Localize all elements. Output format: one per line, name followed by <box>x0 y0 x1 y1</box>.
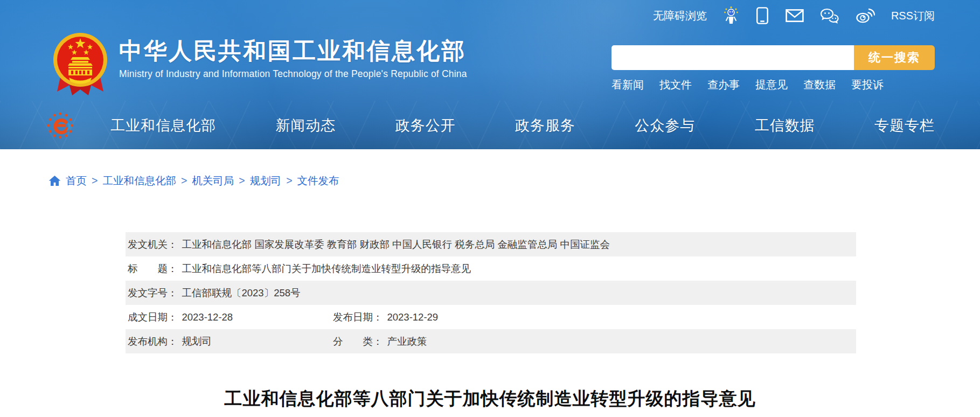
nav-item-gov-services[interactable]: 政务服务 <box>515 116 575 135</box>
search-button[interactable]: 统一搜索 <box>854 45 935 70</box>
doc-meta-table: 发文机关：工业和信息化部 国家发展改革委 教育部 财政部 中国人民银行 税务总局… <box>126 232 856 353</box>
nav-item-public-participation[interactable]: 公众参与 <box>635 116 695 135</box>
mobile-icon[interactable] <box>755 6 769 25</box>
main-nav: 工业和信息化部 新闻动态 政务公开 政务服务 公众参与 工信数据 专题专栏 <box>46 106 935 145</box>
nav-item-miit[interactable]: 工业和信息化部 <box>110 116 216 135</box>
meta-label: 发布机构： <box>128 336 178 347</box>
breadcrumb-document-release[interactable]: 文件发布 <box>297 173 339 188</box>
nav-item-special-topics[interactable]: 专题专栏 <box>874 116 935 135</box>
breadcrumb-home[interactable]: 首页 <box>66 173 87 188</box>
meta-value: 2023-12-28 <box>182 311 233 323</box>
meta-value: 工业和信息化部等八部门关于加快传统制造业转型升级的指导意见 <box>182 263 471 274</box>
quick-links: 看新闻 找文件 查办事 提意见 查数据 要投诉 <box>611 78 935 92</box>
quick-link-documents[interactable]: 找文件 <box>659 78 692 92</box>
meta-value: 规划司 <box>182 336 212 347</box>
breadcrumb-separator: > <box>286 175 292 187</box>
quick-link-complaint[interactable]: 要投诉 <box>851 78 884 92</box>
national-emblem-icon <box>51 31 109 99</box>
home-icon[interactable] <box>48 175 61 186</box>
brand: 中华人民共和国工业和信息化部 Ministry of Industry and … <box>51 31 467 99</box>
meta-label: 发文机关： <box>128 239 178 250</box>
quick-link-feedback[interactable]: 提意见 <box>755 78 788 92</box>
meta-row-dates: 成文日期：2023-12-28 发布日期：2023-12-29 <box>126 305 856 329</box>
quick-link-news[interactable]: 看新闻 <box>611 78 644 92</box>
breadcrumb-planning-dept[interactable]: 规划司 <box>250 173 282 188</box>
breadcrumb: 首页 > 工业和信息化部 > 机关司局 > 规划司 > 文件发布 <box>48 173 339 188</box>
breadcrumb-separator: > <box>92 175 98 187</box>
meta-value: 2023-12-29 <box>387 311 439 323</box>
site-subtitle: Ministry of Industry and Information Tec… <box>119 68 467 80</box>
search-area: 统一搜索 看新闻 找文件 查办事 提意见 查数据 要投诉 <box>611 45 935 92</box>
breadcrumb-miit[interactable]: 工业和信息化部 <box>102 173 176 188</box>
accessibility-link[interactable]: 无障碍浏览 <box>653 9 707 23</box>
mail-icon[interactable] <box>786 9 804 23</box>
site-header: 无障碍浏览 <box>0 0 980 149</box>
meta-label: 发文字号： <box>128 287 178 298</box>
nav-item-news[interactable]: 新闻动态 <box>275 116 336 135</box>
meta-row-doc-number: 发文字号：工信部联规〔2023〕258号 <box>126 281 856 305</box>
breadcrumb-separator: > <box>239 175 245 187</box>
meta-label: 标 题： <box>128 263 178 274</box>
meta-value: 产业政策 <box>387 336 427 347</box>
miit-gear-logo-icon[interactable] <box>46 111 75 140</box>
page: 无障碍浏览 <box>0 0 980 417</box>
wechat-icon[interactable] <box>820 8 839 24</box>
meta-value: 工业和信息化部 国家发展改革委 教育部 财政部 中国人民银行 税务总局 金融监管… <box>182 239 610 250</box>
rss-link[interactable]: RSS订阅 <box>891 9 935 23</box>
assistant-robot-icon[interactable] <box>723 6 739 25</box>
meta-row-publisher-category: 发布机构：规划司 分 类：产业政策 <box>126 329 856 353</box>
meta-label: 成文日期： <box>128 311 178 323</box>
meta-row-title: 标 题：工业和信息化部等八部门关于加快传统制造业转型升级的指导意见 <box>126 256 856 281</box>
weibo-icon[interactable] <box>856 8 875 24</box>
nav-item-gov-disclosure[interactable]: 政务公开 <box>395 116 456 135</box>
nav-item-industry-data[interactable]: 工信数据 <box>755 116 815 135</box>
nav-links: 工业和信息化部 新闻动态 政务公开 政务服务 公众参与 工信数据 专题专栏 <box>110 116 935 135</box>
article-title: 工业和信息化部等八部门关于加快传统制造业转型升级的指导意见 <box>0 387 980 411</box>
meta-label: 分 类： <box>333 336 383 347</box>
breadcrumb-separator: > <box>181 175 187 187</box>
quick-link-data[interactable]: 查数据 <box>803 78 836 92</box>
breadcrumb-departments[interactable]: 机关司局 <box>192 173 234 188</box>
meta-label: 发布日期： <box>333 311 383 323</box>
quick-link-services[interactable]: 查办事 <box>707 78 740 92</box>
topbar: 无障碍浏览 <box>653 0 935 31</box>
search-input[interactable] <box>611 45 854 70</box>
meta-row-issuing-agency: 发文机关：工业和信息化部 国家发展改革委 教育部 财政部 中国人民银行 税务总局… <box>126 232 856 256</box>
site-title: 中华人民共和国工业和信息化部 <box>119 38 467 64</box>
meta-value: 工信部联规〔2023〕258号 <box>182 287 301 298</box>
